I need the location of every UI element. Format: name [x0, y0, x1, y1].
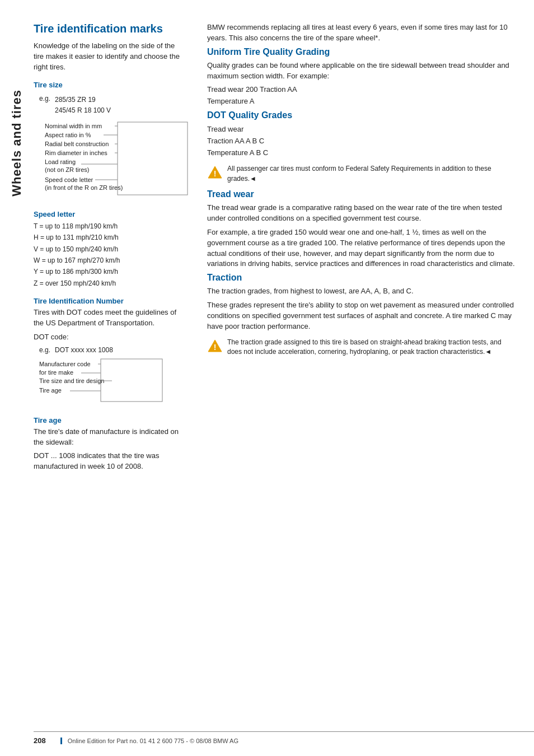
tire-age-title: Tire age: [34, 416, 186, 424]
dot-section: e.g. DOT xxxx xxx 1008 Manufacturer code…: [34, 346, 186, 408]
page-number: 208: [34, 736, 51, 745]
tire-number-line2: 245/45 R 18 100 V: [55, 105, 111, 116]
svg-text:Manufacturer code: Manufacturer code: [39, 361, 91, 367]
main-content: Tire identification marks Knowledge of t…: [34, 0, 534, 756]
dot-quality-section: DOT Quality Grades Tread wear Traction A…: [207, 110, 517, 184]
bottom-bar: 208 Online Edition for Part no. 01 41 2 …: [34, 731, 534, 745]
utqg-title: Uniform Tire Quality Grading: [207, 47, 517, 57]
tire-size-svg: Nominal width in mm Aspect ratio in % Ra…: [45, 119, 196, 200]
svg-text:Tire size and tire design: Tire size and tire design: [39, 377, 104, 384]
traction-title: Traction: [207, 273, 517, 283]
speed-item-y: Y = up to 186 mph/300 km/h: [34, 266, 186, 277]
warning-icon-2: !: [207, 338, 223, 354]
warning-box-2: ! The traction grade assigned to this ti…: [207, 338, 517, 357]
dot-quality-item-1: Tread wear: [207, 124, 517, 136]
speed-letter-section: Speed letter T = up to 118 mph/190 km/h …: [34, 210, 186, 289]
utqg-example1: Tread wear 200 Traction AA: [207, 85, 517, 95]
dot-quality-item-3: Temperature A B C: [207, 147, 517, 159]
traction-p2: These grades represent the tire's abilit…: [207, 300, 517, 332]
svg-text:Radial belt construction: Radial belt construction: [45, 141, 109, 147]
svg-text:Nominal width in mm: Nominal width in mm: [45, 123, 102, 129]
speed-item-z: Z = over 150 mph/240 km/h: [34, 278, 186, 289]
svg-text:for tire make: for tire make: [39, 369, 73, 376]
tire-number-line1: 285/35 ZR 19: [55, 95, 111, 105]
right-column: BMW recommends replacing all tires at le…: [196, 22, 534, 720]
dot-quality-list: Tread wear Traction AA A B C Temperature…: [207, 124, 517, 158]
sidebar-label: Wheels and tires: [10, 90, 24, 197]
traction-p1: The traction grades, from highest to low…: [207, 286, 517, 297]
warning-text-1: All passenger car tires must conform to …: [227, 164, 517, 184]
warning-icon-1: !: [207, 165, 223, 180]
eg-label: e.g.: [39, 95, 50, 102]
bottom-text: Online Edition for Part no. 01 41 2 600 …: [60, 738, 238, 744]
intro-text: Knowledge of the labeling on the side of…: [34, 41, 186, 73]
tin-text1: Tires with DOT codes meet the guidelines…: [34, 307, 186, 329]
tire-size-title: Tire size: [34, 81, 186, 89]
svg-text:!: !: [214, 343, 217, 352]
svg-rect-15: [101, 359, 162, 402]
page-container: Wheels and tires Tire identification mar…: [0, 0, 534, 756]
speed-list: T = up to 118 mph/190 km/h H = up to 131…: [34, 221, 186, 289]
svg-text:Tire age: Tire age: [39, 387, 62, 394]
svg-text:!: !: [214, 169, 217, 178]
tin-title: Tire Identification Number: [34, 297, 186, 305]
sidebar: Wheels and tires: [0, 0, 34, 756]
speed-item-v: V = up to 150 mph/240 km/h: [34, 244, 186, 255]
svg-rect-0: [118, 122, 188, 195]
utqg-example2: Temperature A: [207, 96, 517, 107]
dot-code: DOT xxxx xxx 1008: [55, 346, 113, 354]
dot-quality-title: DOT Quality Grades: [207, 110, 517, 120]
tire-size-section: Tire size e.g. 285/35 ZR 19 245/45 R 18 …: [34, 81, 186, 202]
tread-wear-p1: The tread wear grade is a comparative ra…: [207, 203, 517, 224]
tire-age-section: Tire age The tire's date of manufacture …: [34, 416, 186, 472]
tire-numbers: 285/35 ZR 19 245/45 R 18 100 V: [55, 95, 111, 116]
tire-diagram: e.g. 285/35 ZR 19 245/45 R 18 100 V: [39, 95, 186, 202]
utqg-text: Quality grades can be found where applic…: [207, 60, 517, 82]
tire-age-text2: DOT ... 1008 indicates that the tire was…: [34, 451, 186, 472]
traction-section: Traction The traction grades, from highe…: [207, 273, 517, 357]
svg-text:Rim diameter in inches: Rim diameter in inches: [45, 150, 107, 156]
speed-item-h: H = up to 131 mph/210 km/h: [34, 232, 186, 243]
page-title: Tire identification marks: [34, 22, 186, 35]
dot-eg-label: e.g.: [39, 346, 50, 354]
warning-box-1: ! All passenger car tires must conform t…: [207, 164, 517, 184]
svg-text:Load rating: Load rating: [45, 158, 76, 165]
left-column: Tire identification marks Knowledge of t…: [34, 22, 196, 720]
svg-text:Aspect ratio in %: Aspect ratio in %: [45, 132, 91, 138]
tread-wear-title: Tread wear: [207, 189, 517, 199]
speed-item-t: T = up to 118 mph/190 km/h: [34, 221, 186, 232]
warning-text-2: The traction grade assigned to this tire…: [227, 338, 517, 357]
svg-text:(not on ZR tires): (not on ZR tires): [45, 166, 89, 173]
tread-wear-p2: For example, a tire graded 150 would wea…: [207, 227, 517, 269]
utqg-section: Uniform Tire Quality Grading Quality gra…: [207, 47, 517, 107]
tread-wear-section: Tread wear The tread wear grade is a com…: [207, 189, 517, 269]
bmw-text: BMW recommends replacing all tires at le…: [207, 22, 517, 44]
tin-section: Tire Identification Number Tires with DO…: [34, 297, 186, 408]
tire-age-text1: The tire's date of manufacture is indica…: [34, 427, 186, 448]
dot-diagram-svg: Manufacturer code for tire make Tire siz…: [39, 356, 179, 407]
speed-item-w: W = up to 167 mph/270 km/h: [34, 255, 186, 266]
two-col-layout: Tire identification marks Knowledge of t…: [34, 22, 534, 720]
svg-text:Speed code letter: Speed code letter: [45, 176, 93, 183]
svg-text:(in front of the R on ZR tires: (in front of the R on ZR tires): [45, 184, 123, 191]
dot-quality-item-2: Traction AA A B C: [207, 136, 517, 147]
speed-letter-title: Speed letter: [34, 210, 186, 218]
tin-text2: DOT code:: [34, 332, 186, 343]
